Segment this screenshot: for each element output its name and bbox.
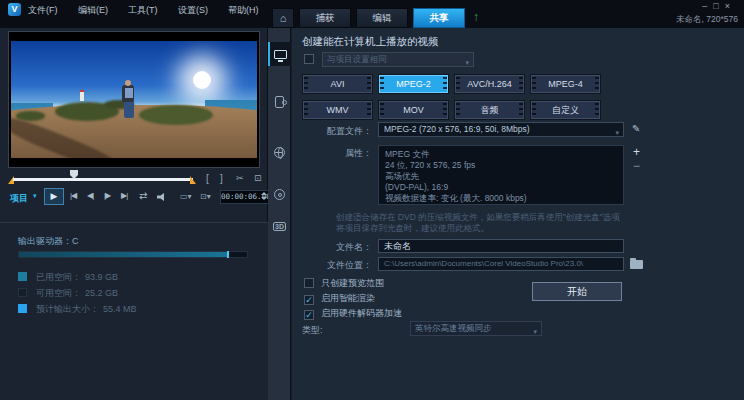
scene-lighthouse: [80, 92, 84, 101]
browse-folder-button[interactable]: [630, 257, 646, 270]
playback-mode-dropdown[interactable]: 项目: [10, 192, 28, 205]
disc-icon: [274, 189, 285, 200]
estimated-size-value: 55.4 MB: [103, 304, 137, 314]
mark-in-button[interactable]: [: [206, 173, 209, 184]
split-clip-icon[interactable]: ✂: [236, 173, 244, 183]
format-button-wmv[interactable]: WMV: [302, 100, 373, 120]
minimize-button[interactable]: –: [702, 1, 713, 11]
share-target-strip: 3D: [268, 28, 291, 400]
timecode-stepper[interactable]: [261, 192, 267, 200]
same-as-project-label: 与项目设置相同: [327, 54, 387, 64]
scene-person: [124, 102, 134, 118]
menu-edit[interactable]: 编辑(E): [78, 4, 108, 17]
filename-label: 文件名：: [292, 241, 372, 254]
start-button[interactable]: 开始: [532, 282, 622, 301]
seek-bar[interactable]: [13, 178, 193, 181]
tab-home[interactable]: ⌂: [272, 8, 294, 28]
remove-profile-icon[interactable]: −: [633, 159, 640, 173]
hw-decoder-checkbox[interactable]: ✓: [304, 310, 314, 320]
menu-help[interactable]: 帮助(H): [228, 4, 259, 17]
chevron-down-icon: ▾: [533, 325, 537, 338]
hw-decoder-label: 启用硬件解码器加速: [321, 308, 402, 318]
accel-type-label: 类型:: [302, 324, 323, 337]
preview-quality-dropdown[interactable]: ▭▾: [180, 192, 192, 201]
share-settings-panel: 创建能在计算机上播放的视频 与项目设置相同 ▾ AVI MPEG-2 AVC/H…: [292, 28, 744, 400]
output-drive-label: 输出驱动器：C: [18, 235, 79, 248]
estimated-size-label: 预计输出大小：: [36, 304, 99, 314]
preview-window-dropdown[interactable]: ⊡▾: [200, 192, 211, 201]
tab-share[interactable]: 共享: [413, 8, 465, 28]
video-preview[interactable]: [8, 31, 260, 168]
filename-input[interactable]: 未命名: [378, 239, 624, 253]
repeat-button[interactable]: ⇄: [139, 190, 147, 201]
target-disc-button[interactable]: [268, 182, 291, 206]
preview-range-label: 只创建预览范围: [321, 278, 384, 288]
format-button-avi[interactable]: AVI: [302, 74, 373, 94]
upload-arrow-icon[interactable]: ↑: [473, 8, 479, 28]
format-hint-text: 创建适合储存在 DVD 的压缩视频文件，如果您要稍后再使用"创建光盘"选项将项目…: [336, 212, 628, 234]
profile-dropdown[interactable]: MPEG-2 (720 x 576, 16:9, 50i, 8Mbps) ▾: [378, 122, 624, 137]
target-device-button[interactable]: [268, 90, 291, 114]
device-icon: [275, 96, 284, 108]
menu-file[interactable]: 文件(F): [28, 4, 58, 17]
restore-button[interactable]: □: [713, 1, 724, 11]
location-input[interactable]: C:\Users\admin\Documents\Corel VideoStud…: [378, 257, 624, 271]
window-controls: –□×: [702, 1, 736, 11]
format-button-audio[interactable]: 音频: [454, 100, 525, 120]
trim-end-handle[interactable]: [190, 176, 196, 184]
player-panel: [ ] ✂ ⊡ 项目 ▾ ▶ |◀ ◀| |▶ ▶| ⇄ ▭▾ ⊡▾ 00:00…: [0, 28, 268, 400]
scene-bush: [16, 111, 46, 120]
prev-frame-button[interactable]: ◀|: [87, 191, 93, 200]
free-space-value: 25.2 GB: [85, 288, 118, 298]
tab-edit[interactable]: 编辑: [356, 8, 408, 28]
workspace-tabs: ⌂ 捕获 编辑 共享 ↑: [272, 8, 479, 28]
preview-range-option[interactable]: 只创建预览范围: [304, 277, 384, 290]
smart-render-option[interactable]: ✓启用智能渲染: [304, 292, 375, 305]
play-button[interactable]: ▶: [44, 188, 64, 205]
smart-render-checkbox[interactable]: ✓: [304, 295, 314, 305]
project-info-label: 未命名, 720*576: [676, 14, 738, 26]
smart-render-label: 启用智能渲染: [321, 293, 375, 303]
preview-range-checkbox[interactable]: [304, 278, 314, 288]
folder-icon: [630, 260, 643, 269]
target-computer-button[interactable]: [268, 42, 291, 66]
same-as-project-dropdown[interactable]: 与项目设置相同 ▾: [322, 52, 474, 67]
menu-tools[interactable]: 工具(T): [128, 4, 158, 17]
format-button-mpeg4[interactable]: MPEG-4: [530, 74, 601, 94]
scene-person: [125, 88, 133, 98]
format-button-avc[interactable]: AVC/H.264: [454, 74, 525, 94]
estimated-size-row: 预计输出大小：55.4 MB: [18, 303, 137, 316]
used-space-value: 93.9 GB: [85, 272, 118, 282]
menu-settings[interactable]: 设置(S): [178, 4, 208, 17]
target-web-button[interactable]: [268, 140, 291, 164]
chevron-down-icon: ▾: [465, 56, 469, 69]
enlarge-preview-icon[interactable]: ⊡: [254, 173, 262, 183]
edit-profile-icon[interactable]: ✎: [632, 123, 640, 134]
used-space-row: 已用空间：93.9 GB: [18, 271, 118, 284]
disk-usage-bar: [18, 251, 248, 258]
format-button-mpeg2[interactable]: MPEG-2: [378, 74, 449, 94]
properties-box: MPEG 文件 24 位, 720 x 576, 25 fps 高场优先 (DV…: [378, 145, 624, 205]
monitor-icon: [274, 50, 287, 59]
go-start-button[interactable]: |◀: [70, 191, 76, 200]
mark-out-button[interactable]: ]: [220, 173, 223, 184]
step-down-icon[interactable]: [261, 197, 267, 200]
tab-capture[interactable]: 捕获: [299, 8, 351, 28]
go-end-button[interactable]: ▶|: [121, 191, 127, 200]
add-profile-icon[interactable]: +: [633, 145, 640, 159]
volume-icon[interactable]: [157, 193, 167, 201]
format-button-mov[interactable]: MOV: [378, 100, 449, 120]
format-button-custom[interactable]: 自定义: [530, 100, 601, 120]
properties-label: 属性：: [292, 147, 372, 160]
used-space-swatch: [18, 272, 27, 281]
next-frame-button[interactable]: |▶: [104, 191, 110, 200]
scene-person: [125, 80, 131, 86]
target-3d-button[interactable]: 3D: [268, 214, 291, 238]
accel-type-dropdown[interactable]: 英特尔高速视频同步 ▾: [410, 321, 542, 336]
hw-decoder-option[interactable]: ✓启用硬件解码器加速: [304, 307, 402, 320]
same-as-project-checkbox[interactable]: [304, 54, 314, 64]
scrubber-row: [ ] ✂ ⊡: [8, 173, 260, 186]
panel-title: 创建能在计算机上播放的视频: [302, 35, 439, 49]
step-up-icon[interactable]: [261, 192, 267, 195]
close-button[interactable]: ×: [725, 1, 736, 11]
